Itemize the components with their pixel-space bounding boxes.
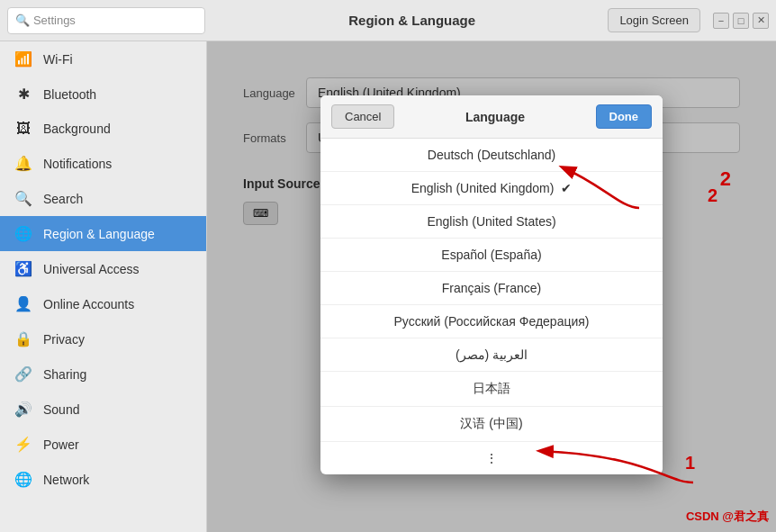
list-item[interactable]: العربية (مصر)	[320, 338, 663, 372]
done-button[interactable]: Done	[596, 104, 653, 129]
region-icon: 🌐	[14, 225, 32, 242]
universal-access-icon: ♿	[14, 260, 32, 277]
language-name: Русский (Российская Федерация)	[393, 314, 589, 329]
sidebar: 📶 Wi-Fi ✱ Bluetooth 🖼 Background 🔔 Notif…	[0, 41, 207, 532]
language-name: Deutsch (Deutschland)	[428, 148, 555, 162]
language-name: 汉语 (中国)	[460, 416, 522, 432]
sidebar-item-label: Power	[43, 437, 79, 452]
language-name: English (United States)	[427, 214, 555, 229]
window-controls: − □ ✕	[713, 13, 769, 29]
main-content: Language English (United Kingdom) Format…	[207, 41, 776, 532]
close-button[interactable]: ✕	[753, 13, 769, 29]
language-name: English (United Kingdom)	[411, 181, 555, 195]
list-item[interactable]: English (United States)	[320, 205, 663, 239]
sidebar-item-privacy[interactable]: 🔒 Privacy	[0, 321, 206, 356]
list-item[interactable]: Français (France)	[320, 272, 663, 305]
notifications-icon: 🔔	[14, 155, 32, 172]
language-dialog: Cancel Language Done Deutsch (Deutschlan…	[320, 95, 663, 474]
sidebar-item-label: Background	[43, 122, 111, 136]
sidebar-item-sharing[interactable]: 🔗 Sharing	[0, 356, 206, 392]
wifi-icon: 📶	[14, 50, 32, 68]
list-item[interactable]: Español (España)	[320, 239, 663, 272]
titlebar: 🔍 Settings Region & Language Login Scree…	[0, 0, 776, 41]
more-indicator: ⋮	[485, 451, 498, 465]
content-area: 📶 Wi-Fi ✱ Bluetooth 🖼 Background 🔔 Notif…	[0, 41, 776, 532]
sidebar-item-label: Wi-Fi	[43, 52, 73, 67]
language-name: 日本語	[473, 381, 510, 397]
sidebar-item-universal-access[interactable]: ♿ Universal Access	[0, 251, 206, 286]
sidebar-item-network[interactable]: 🌐 Network	[0, 462, 206, 497]
network-icon: 🌐	[14, 471, 32, 488]
list-item[interactable]: 汉语 (中国)	[320, 407, 663, 442]
power-icon: ⚡	[14, 436, 32, 453]
maximize-button[interactable]: □	[733, 13, 749, 29]
settings-label: Settings	[33, 14, 76, 27]
sidebar-item-label: Privacy	[43, 332, 85, 347]
annotation-2: 2	[720, 167, 731, 191]
sidebar-item-notifications[interactable]: 🔔 Notifications	[0, 146, 206, 181]
list-item[interactable]: English (United Kingdom) ✔	[320, 172, 663, 205]
cancel-button[interactable]: Cancel	[331, 104, 394, 129]
dialog-overlay: Cancel Language Done Deutsch (Deutschlan…	[207, 41, 776, 532]
sidebar-item-label: Region & Language	[43, 227, 155, 241]
sidebar-item-region[interactable]: 🌐 Region & Language	[0, 216, 206, 251]
window-title: Region & Language	[216, 13, 608, 28]
titlebar-right: Login Screen − □ ✕	[608, 8, 769, 32]
sidebar-item-wifi[interactable]: 📶 Wi-Fi	[0, 41, 206, 77]
sidebar-item-label: Bluetooth	[43, 87, 96, 102]
sound-icon: 🔊	[14, 401, 32, 418]
sidebar-item-sound[interactable]: 🔊 Sound	[0, 392, 206, 427]
sidebar-item-search[interactable]: 🔍 Search	[0, 181, 206, 216]
dialog-header: Cancel Language Done	[320, 95, 663, 139]
titlebar-search-box[interactable]: 🔍 Settings	[7, 7, 205, 34]
language-name: Español (España)	[441, 248, 541, 262]
sidebar-item-power[interactable]: ⚡ Power	[0, 427, 206, 462]
sidebar-item-label: Sharing	[43, 367, 86, 382]
search-icon: 🔍	[15, 14, 30, 27]
sidebar-item-label: Search	[43, 192, 83, 206]
list-item[interactable]: Deutsch (Deutschland)	[320, 139, 663, 172]
sidebar-item-label: Universal Access	[43, 262, 140, 276]
sidebar-item-label: Notifications	[43, 157, 112, 171]
language-list: Deutsch (Deutschland) English (United Ki…	[320, 139, 663, 474]
minimize-button[interactable]: −	[713, 13, 729, 29]
online-accounts-icon: 👤	[14, 295, 32, 312]
list-item[interactable]: Русский (Российская Федерация)	[320, 305, 663, 338]
sharing-icon: 🔗	[14, 365, 32, 383]
background-icon: 🖼	[14, 121, 32, 137]
dialog-title: Language	[402, 110, 588, 124]
list-item-more[interactable]: ⋮	[320, 442, 663, 474]
sidebar-item-online-accounts[interactable]: 👤 Online Accounts	[0, 286, 206, 321]
language-name: العربية (مصر)	[456, 347, 528, 362]
selected-checkmark: ✔	[561, 181, 572, 195]
sidebar-item-label: Online Accounts	[43, 297, 134, 311]
language-name: Français (France)	[442, 281, 541, 295]
sidebar-item-label: Network	[43, 473, 89, 487]
privacy-icon: 🔒	[14, 330, 32, 347]
watermark: CSDN @君之真	[686, 509, 769, 525]
list-item[interactable]: 日本語	[320, 372, 663, 407]
search-icon: 🔍	[14, 190, 32, 207]
sidebar-item-bluetooth[interactable]: ✱ Bluetooth	[0, 77, 206, 112]
sidebar-item-background[interactable]: 🖼 Background	[0, 112, 206, 146]
login-screen-button[interactable]: Login Screen	[608, 8, 700, 32]
bluetooth-icon: ✱	[14, 86, 32, 103]
sidebar-item-label: Sound	[43, 402, 79, 417]
settings-window: 🔍 Settings Region & Language Login Scree…	[0, 0, 776, 532]
